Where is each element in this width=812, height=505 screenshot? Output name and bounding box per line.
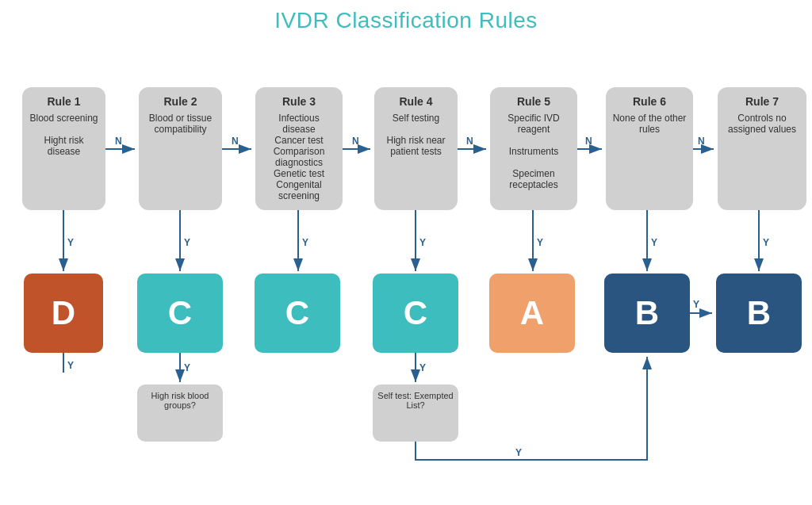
svg-text:N: N — [352, 136, 359, 147]
rule2-title: Rule 2 — [145, 95, 216, 108]
svg-text:Y: Y — [537, 237, 543, 248]
rule-box-2: Rule 2 Blood or tissue compatibility — [139, 87, 222, 210]
rule-box-3: Rule 3 Infectious diseaseCancer testComp… — [255, 87, 343, 210]
rule1-title: Rule 1 — [29, 95, 99, 108]
svg-text:Y: Y — [419, 362, 426, 373]
sub-box-1-label: High risk blood groups? — [151, 391, 209, 410]
class-b1-box: B — [604, 274, 690, 353]
class-a-box: A — [489, 274, 575, 353]
svg-text:Y: Y — [184, 237, 190, 248]
main-container: IVDR Classification Rules Rule 1 Blood s… — [0, 0, 812, 505]
sub-box-2-label: Self test: Exempted List? — [377, 391, 453, 410]
rule6-title: Rule 6 — [612, 95, 687, 108]
svg-text:Y: Y — [515, 447, 522, 458]
rule6-content: None of the other rules — [612, 113, 687, 135]
svg-text:N: N — [466, 136, 473, 147]
class-c1-box: C — [137, 274, 223, 353]
svg-text:Y: Y — [67, 360, 74, 371]
svg-text:Y: Y — [419, 237, 426, 248]
rule3-title: Rule 3 — [262, 95, 336, 108]
rule4-title: Rule 4 — [381, 95, 451, 108]
class-c3-box: C — [373, 274, 458, 353]
rule-box-5: Rule 5 Specific IVD reagentInstrumentsSp… — [490, 87, 577, 210]
svg-text:Y: Y — [651, 237, 657, 248]
class-d-box: D — [24, 274, 103, 353]
diagram-area: Rule 1 Blood screeningHight risk disease… — [8, 48, 804, 468]
rule-box-1: Rule 1 Blood screeningHight risk disease — [22, 87, 105, 210]
rule3-content: Infectious diseaseCancer testComparison … — [262, 113, 336, 201]
rule7-content: Controls no assigned values — [724, 113, 800, 135]
rule4-content: Self testingHigh risk near patient tests — [381, 113, 451, 157]
class-c2-box: C — [255, 274, 340, 353]
svg-text:N: N — [698, 136, 705, 147]
sub-box-1: High risk blood groups? — [137, 384, 223, 442]
svg-text:Y: Y — [302, 237, 308, 248]
svg-text:Y: Y — [763, 237, 769, 248]
svg-text:N: N — [115, 136, 122, 147]
rule-box-6: Rule 6 None of the other rules — [606, 87, 693, 210]
page-title: IVDR Classification Rules — [8, 8, 804, 33]
svg-text:Y: Y — [67, 237, 74, 248]
rule1-content: Blood screeningHight risk disease — [29, 113, 99, 157]
svg-text:N: N — [232, 136, 239, 147]
rule2-content: Blood or tissue compatibility — [145, 113, 216, 135]
rule7-title: Rule 7 — [724, 95, 800, 108]
rule5-title: Rule 5 — [496, 95, 571, 108]
svg-text:Y: Y — [693, 299, 699, 310]
rule-box-4: Rule 4 Self testingHigh risk near patien… — [374, 87, 458, 210]
class-b2-box: B — [716, 274, 802, 353]
sub-box-2: Self test: Exempted List? — [373, 384, 458, 442]
rule5-content: Specific IVD reagentInstrumentsSpecimen … — [496, 113, 571, 190]
svg-text:Y: Y — [184, 362, 190, 373]
svg-text:N: N — [585, 136, 592, 147]
rule-box-7: Rule 7 Controls no assigned values — [718, 87, 806, 210]
